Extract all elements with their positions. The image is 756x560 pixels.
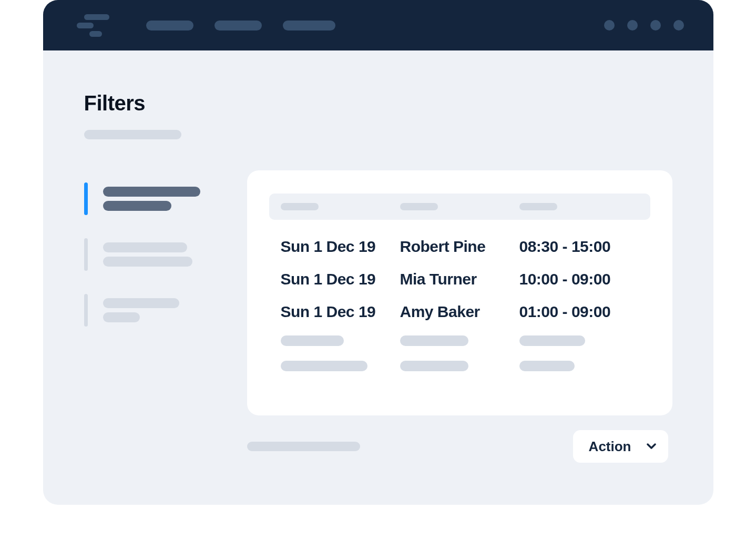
placeholder-cell — [281, 335, 344, 346]
chevron-down-icon — [646, 441, 657, 452]
topbar-action-icon[interactable] — [627, 20, 638, 30]
topbar — [43, 0, 713, 50]
action-button[interactable]: Action — [573, 430, 668, 463]
column-header-placeholder — [519, 203, 557, 210]
page-title: Filters — [84, 91, 226, 115]
placeholder-cell — [400, 361, 468, 371]
table-body: Sun 1 Dec 19 Robert Pine 08:30 - 15:00 S… — [269, 238, 650, 371]
cell-time: 10:00 - 09:00 — [519, 270, 639, 288]
main-area: Sun 1 Dec 19 Robert Pine 08:30 - 15:00 S… — [247, 91, 672, 463]
logo-icon — [84, 14, 109, 37]
cell-name: Mia Turner — [400, 270, 519, 288]
content: Filters — [43, 50, 713, 463]
cell-date: Sun 1 Dec 19 — [281, 238, 400, 256]
cell-date: Sun 1 Dec 19 — [281, 303, 400, 321]
sidebar: Filters — [84, 91, 226, 463]
table-row[interactable]: Sun 1 Dec 19 Robert Pine 08:30 - 15:00 — [281, 238, 639, 256]
column-header-placeholder — [281, 203, 319, 210]
filter-item — [103, 257, 192, 267]
placeholder-cell — [400, 335, 468, 346]
footer-placeholder — [247, 442, 360, 451]
table-header — [269, 194, 650, 220]
topbar-actions — [604, 20, 684, 30]
nav-item[interactable] — [146, 21, 193, 30]
filter-item — [103, 298, 179, 308]
filter-item — [103, 187, 200, 197]
action-button-label: Action — [589, 439, 631, 455]
placeholder-row — [281, 335, 639, 346]
filter-item — [103, 312, 140, 322]
cell-time: 08:30 - 15:00 — [519, 238, 639, 256]
cell-name: Amy Baker — [400, 303, 519, 321]
placeholder-cell — [519, 335, 585, 346]
placeholder-row — [281, 361, 639, 371]
table-row[interactable]: Sun 1 Dec 19 Amy Baker 01:00 - 09:00 — [281, 303, 639, 321]
topbar-action-icon[interactable] — [604, 20, 615, 30]
filter-group[interactable] — [84, 298, 226, 322]
topbar-left — [84, 14, 335, 37]
filter-item — [103, 201, 171, 211]
card: Sun 1 Dec 19 Robert Pine 08:30 - 15:00 S… — [247, 170, 672, 415]
nav-items — [146, 21, 335, 30]
cell-time: 01:00 - 09:00 — [519, 303, 639, 321]
filter-group-active[interactable] — [84, 187, 226, 211]
table-row[interactable]: Sun 1 Dec 19 Mia Turner 10:00 - 09:00 — [281, 270, 639, 288]
nav-item[interactable] — [214, 21, 262, 30]
column-header-placeholder — [400, 203, 438, 210]
app-frame: Filters — [43, 0, 713, 505]
topbar-action-icon[interactable] — [673, 20, 684, 30]
filter-item — [103, 242, 187, 252]
topbar-action-icon[interactable] — [650, 20, 661, 30]
card-footer: Action — [247, 430, 672, 463]
subtitle-placeholder — [84, 130, 181, 139]
placeholder-cell — [281, 361, 367, 371]
cell-name: Robert Pine — [400, 238, 519, 256]
placeholder-cell — [519, 361, 575, 371]
filter-group[interactable] — [84, 242, 226, 267]
cell-date: Sun 1 Dec 19 — [281, 270, 400, 288]
nav-item[interactable] — [283, 21, 335, 30]
